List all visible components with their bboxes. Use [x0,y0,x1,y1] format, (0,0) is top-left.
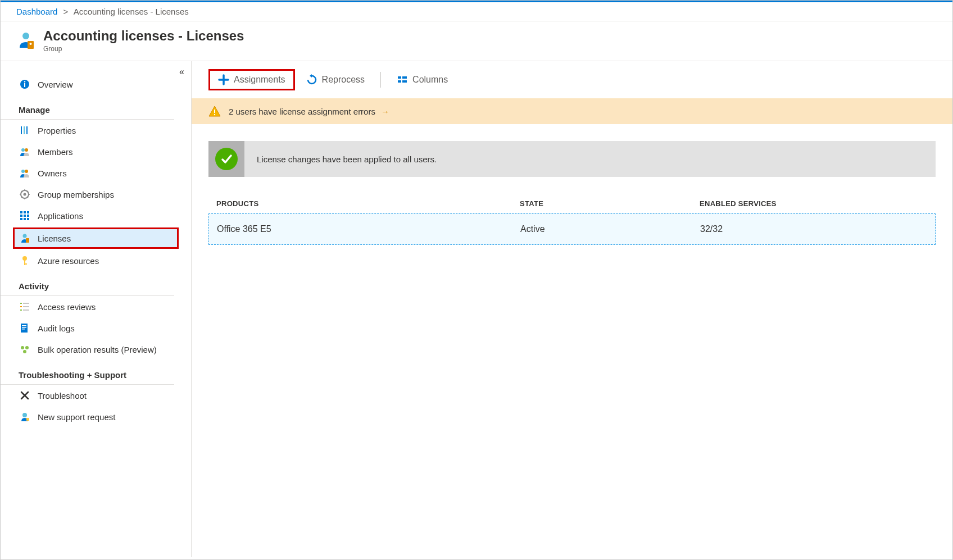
svg-rect-18 [20,215,22,217]
sidebar-item-label: New support request [38,412,115,422]
sidebar-item-label: Licenses [38,234,71,243]
breadcrumb-dashboard-link[interactable]: Dashboard [16,7,57,16]
owners-icon [20,168,30,178]
sidebar-item-owners[interactable]: Owners [1,162,191,184]
toolbar-label: Assignments [234,75,285,85]
page-subtitle: Group [43,45,244,53]
licenses-table: PRODUCTS STATE ENABLED SERVICES Office 3… [208,194,936,245]
svg-rect-8 [26,126,28,134]
svg-rect-22 [24,218,26,220]
page-title: Accounting licenses - Licenses [43,28,244,44]
sidebar-item-label: Group memberships [38,190,114,199]
svg-rect-33 [20,309,22,311]
svg-point-2 [30,43,32,45]
svg-rect-30 [23,303,29,304]
sidebar-item-azure-resources[interactable]: Azure resources [1,250,191,271]
plus-icon [218,74,229,85]
sidebar-item-troubleshoot[interactable]: Troubleshoot [1,385,191,406]
apps-grid-icon [20,211,30,221]
sidebar-item-bulk-operation[interactable]: Bulk operation results (Preview) [1,339,191,360]
breadcrumb-separator: > [63,7,69,16]
svg-rect-28 [24,263,27,265]
sidebar-item-label: Applications [38,211,83,221]
sidebar-item-label: Access reviews [38,302,96,312]
sidebar-item-licenses[interactable]: Licenses [13,227,179,249]
sidebar-item-label: Audit logs [38,324,75,333]
warning-icon [208,105,221,117]
svg-rect-47 [402,80,407,83]
sidebar-item-group-memberships[interactable]: Group memberships [1,184,191,205]
table-row[interactable]: Office 365 E5 Active 32/32 [208,213,936,245]
svg-point-40 [25,346,29,349]
sidebar-item-overview[interactable]: Overview [1,74,191,95]
svg-point-12 [25,170,28,173]
sidebar-nav: « Overview Manage Properties Members Own [1,61,192,557]
toolbar-label: Reprocess [322,75,365,85]
svg-point-9 [21,148,25,152]
col-header-products[interactable]: PRODUCTS [216,199,520,208]
svg-point-41 [23,350,26,353]
sidebar-item-new-support[interactable]: New support request [1,406,191,427]
svg-rect-44 [398,76,401,79]
svg-rect-15 [20,211,22,213]
info-icon [20,79,30,89]
main-layout: « Overview Manage Properties Members Own [1,61,952,557]
sidebar-section-troubleshoot: Troubleshooting + Support [1,365,174,385]
page-header: Accounting licenses - Licenses Group [1,21,952,61]
cell-product: Office 365 E5 [217,224,520,234]
assignments-button[interactable]: Assignments [208,69,295,90]
sidebar-item-access-reviews[interactable]: Access reviews [1,296,191,317]
svg-rect-6 [21,126,22,134]
cell-services: 32/32 [700,224,927,234]
svg-point-24 [23,234,27,238]
svg-rect-20 [27,215,29,217]
svg-point-0 [22,33,29,39]
columns-icon [397,74,408,85]
svg-rect-34 [23,309,29,311]
warning-banner[interactable]: 2 users have license assignment errors → [192,98,952,124]
table-header-row: PRODUCTS STATE ENABLED SERVICES [208,194,936,213]
collapse-sidebar-button[interactable]: « [179,67,184,77]
svg-rect-36 [22,325,26,326]
sidebar-item-properties[interactable]: Properties [1,120,191,141]
col-header-services[interactable]: ENABLED SERVICES [700,199,928,208]
toolbar-separator [380,72,381,88]
members-icon [20,147,30,157]
sidebar-item-label: Owners [38,169,67,178]
svg-point-10 [25,148,28,152]
svg-rect-29 [20,303,22,304]
reprocess-button[interactable]: Reprocess [298,71,373,89]
svg-rect-17 [27,211,29,213]
svg-point-14 [24,193,26,196]
svg-rect-45 [402,76,407,79]
sidebar-item-label: Bulk operation results (Preview) [38,345,157,354]
sidebar-section-activity: Activity [1,276,174,296]
log-icon [20,323,30,333]
sidebar-section-manage: Manage [1,99,174,120]
breadcrumb-current: Accounting licenses - Licenses [74,7,189,16]
success-text: License changes have been applied to all… [257,154,437,164]
arrow-right-icon: → [381,107,389,116]
warning-text: 2 users have license assignment errors [229,107,375,116]
sidebar-item-members[interactable]: Members [1,141,191,162]
sidebar-item-applications[interactable]: Applications [1,205,191,226]
svg-rect-19 [24,215,26,217]
col-header-state[interactable]: STATE [520,199,700,208]
sidebar-item-audit-logs[interactable]: Audit logs [1,317,191,339]
svg-rect-31 [20,306,22,307]
sidebar-item-label: Members [38,147,73,157]
svg-point-11 [21,170,25,173]
svg-rect-48 [214,110,215,113]
svg-rect-23 [27,218,29,220]
columns-button[interactable]: Columns [389,71,456,89]
check-circle-icon [215,148,238,170]
key-icon [20,256,30,266]
toolbar: Assignments Reprocess Columns [192,61,952,98]
refresh-icon [306,74,317,85]
content-pane: Assignments Reprocess Columns 2 users ha… [192,61,952,557]
svg-rect-25 [26,238,29,243]
breadcrumb: Dashboard > Accounting licenses - Licens… [1,2,952,21]
svg-point-39 [21,346,24,349]
svg-point-42 [22,413,27,417]
svg-rect-37 [22,327,26,328]
